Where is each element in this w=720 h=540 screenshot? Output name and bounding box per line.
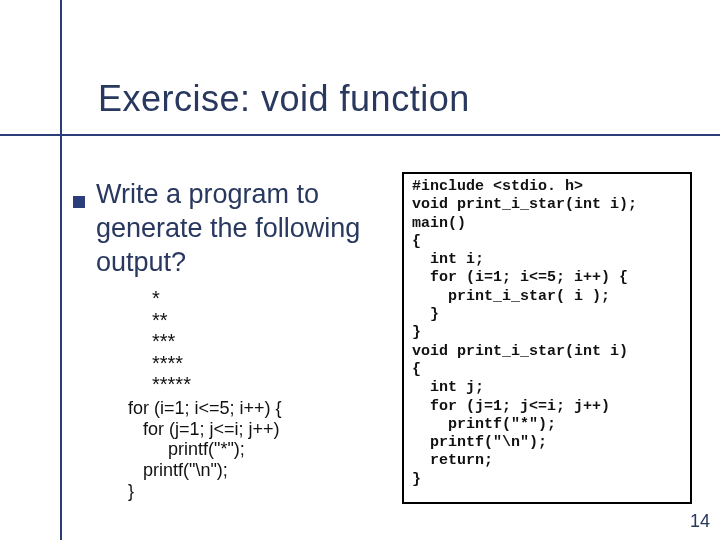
horizontal-divider (0, 134, 720, 136)
bullet-square-icon (73, 196, 85, 208)
code-snippet-left: for (i=1; i<=5; i++) { for (j=1; j<=i; j… (128, 398, 282, 501)
code-box: #include <stdio. h> void print_i_star(in… (402, 172, 692, 504)
problem-text: Write a program to generate the followin… (96, 178, 396, 279)
code-box-content: #include <stdio. h> void print_i_star(in… (404, 174, 690, 493)
expected-output: * ** *** **** ***** (152, 288, 191, 396)
slide-title: Exercise: void function (98, 78, 470, 120)
vertical-divider (60, 0, 62, 540)
page-number: 14 (690, 511, 710, 532)
